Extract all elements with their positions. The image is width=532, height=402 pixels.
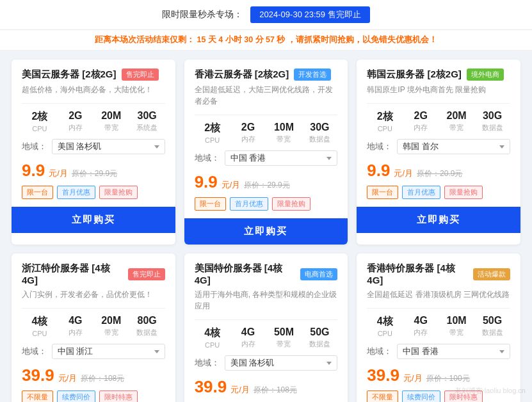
card-badge: 售完即止 <box>128 268 165 280</box>
specs-row: 2核 CPU 2G 内存 20M 带宽 30G 系统盘 <box>22 103 165 133</box>
region-row: 地域： 中国 香港 <box>195 150 338 166</box>
tag: 不限量 <box>22 390 53 402</box>
spec-label: 带宽 <box>93 328 129 337</box>
spec-label: 内存 <box>403 328 439 337</box>
tag: 续费同价 <box>402 390 440 402</box>
price-main: 9.9 <box>195 172 218 192</box>
card-title: 韩国云服务器 [2核2G] <box>367 68 462 81</box>
tag: 限量抢购 <box>444 186 483 199</box>
price-row: 39.9 元/月 原价：100元 <box>367 366 510 385</box>
specs-row: 4核 CPU 4G 内存 20M 带宽 80G 数据盘 <box>22 308 165 337</box>
spec-label: 数据盘 <box>302 339 337 349</box>
tag: 限一台 <box>195 197 226 211</box>
price-unit: 元/月 <box>394 168 413 179</box>
region-select[interactable]: 韩国 首尔 <box>397 139 510 154</box>
spec-label: 带宽 <box>439 328 474 337</box>
spec-label: 带宽 <box>439 123 474 133</box>
region-label: 地域： <box>195 358 220 369</box>
spec-item: 2核 CPU <box>195 122 230 144</box>
card-title: 香港特价服务器 [4核4G] <box>367 262 468 285</box>
card-kr-small: 韩国云服务器 [2核2G] 境外电商 韩国原生IP 境外电商首先 限量抢购 2核… <box>357 60 520 245</box>
buy-button[interactable]: 立即购买 <box>357 207 520 233</box>
spec-value: 20M <box>439 110 474 122</box>
card-body: 香港云服务器 [2核2G] 开发首选 全国超低延迟，大陆三网优化线路，开发者必备… <box>184 60 348 211</box>
spec-value: 4G <box>58 315 93 326</box>
tag: 首月优惠 <box>402 186 440 199</box>
banner-label: 限时限量秒杀专场： <box>162 9 243 20</box>
price-original: 原价：108元 <box>254 385 297 396</box>
region-label: 地域： <box>367 346 392 357</box>
spec-value: 4核 <box>367 315 403 328</box>
spec-value: 50G <box>302 326 337 338</box>
tag: 限时特惠 <box>444 390 483 402</box>
tag: 不限量 <box>367 390 398 402</box>
spec-label: 数据盘 <box>474 328 510 337</box>
tag: 限时特惠 <box>99 390 138 402</box>
spec-item: 10M 带宽 <box>439 315 474 337</box>
spec-value: 20M <box>93 315 129 326</box>
tag: 续费同价 <box>57 390 95 402</box>
region-select[interactable]: 中国 香港 <box>225 150 338 166</box>
card-us-large: 美国特价服务器 [4核4G] 电商首选 适用于海外电商, 各种类型和规模的企业级… <box>184 253 348 402</box>
price-unit: 元/月 <box>222 179 241 191</box>
spec-item: 10M 带宽 <box>266 122 302 144</box>
price-unit: 元/月 <box>49 168 68 179</box>
countdown-suffix: ，请抓紧时间抢购，以免错失优惠机会！ <box>287 35 437 44</box>
card-badge: 开发首选 <box>294 68 331 81</box>
banner-date: 2024-09-30 23:59 售完即止 <box>250 6 369 23</box>
spec-label: 数据盘 <box>302 134 337 144</box>
price-original: 原价：29.9元 <box>72 168 117 179</box>
region-label: 地域： <box>22 346 47 357</box>
spec-value: 10M <box>266 122 302 133</box>
card-desc: 全国超低延迟，大陆三网优化线路，开发者必备 <box>195 84 338 107</box>
region-row: 地域： 美国 洛杉矶 <box>195 355 338 371</box>
region-select[interactable]: 美国 洛杉矶 <box>52 139 165 154</box>
card-desc: 全国超低延迟 香港顶级机房 三网优化线路 <box>367 289 510 300</box>
price-original: 原价：100元 <box>426 373 470 384</box>
specs-row: 2核 CPU 2G 内存 10M 带宽 30G 数据盘 <box>195 115 338 144</box>
card-desc: 适用于海外电商, 各种类型和规模的企业级应用 <box>195 289 338 312</box>
price-unit: 元/月 <box>403 373 423 384</box>
spec-value: 2核 <box>195 122 230 135</box>
buy-button[interactable]: 立即购买 <box>184 218 348 245</box>
card-us-small: 美国云服务器 [2核2G] 售完即止 超低价格，海外电商必备，大陆优化！ 2核 … <box>12 60 175 245</box>
specs-row: 4核 CPU 4G 内存 10M 带宽 50G 数据盘 <box>367 308 510 337</box>
spec-label: 带宽 <box>266 339 302 349</box>
card-body: 美国云服务器 [2核2G] 售完即止 超低价格，海外电商必备，大陆优化！ 2核 … <box>12 60 175 199</box>
spec-item: 2核 CPU <box>22 110 58 133</box>
spec-label: CPU <box>367 125 403 133</box>
region-select[interactable]: 美国 洛杉矶 <box>225 355 338 371</box>
price-main: 39.9 <box>367 366 399 385</box>
card-title: 浙江特价服务器 [4核4G] <box>22 262 123 285</box>
spec-label: 内存 <box>403 123 439 133</box>
spec-label: CPU <box>195 136 230 144</box>
spec-item: 50G 数据盘 <box>302 326 337 349</box>
region-select[interactable]: 中国 浙江 <box>52 344 165 359</box>
spec-item: 2G 内存 <box>403 110 439 133</box>
spec-value: 10M <box>439 315 474 326</box>
price-main: 9.9 <box>367 161 390 181</box>
top-banner: 限时限量秒杀专场： 2024-09-30 23:59 售完即止 <box>0 0 532 30</box>
spec-value: 2G <box>403 110 439 122</box>
price-row: 39.9 元/月 原价：108元 <box>22 366 165 385</box>
region-select[interactable]: 中国 香港 <box>397 344 510 359</box>
spec-item: 20M 带宽 <box>439 110 474 133</box>
spec-item: 20M 带宽 <box>93 110 129 133</box>
spec-label: 系统盘 <box>129 123 165 133</box>
region-label: 地域： <box>22 141 47 152</box>
cards-grid: 美国云服务器 [2核2G] 售完即止 超低价格，海外电商必备，大陆优化！ 2核 … <box>12 60 520 402</box>
spec-value: 50G <box>474 315 510 326</box>
price-unit: 元/月 <box>230 384 250 396</box>
spec-item: 30G 系统盘 <box>129 110 165 133</box>
card-body: 韩国云服务器 [2核2G] 境外电商 韩国原生IP 境外电商首先 限量抢购 2核… <box>357 60 520 199</box>
spec-label: 数据盘 <box>129 328 165 337</box>
price-row: 9.9 元/月 原价：20.9元 <box>367 161 510 181</box>
card-title: 美国特价服务器 [4核4G] <box>195 262 296 285</box>
buy-button[interactable]: 立即购买 <box>12 207 175 233</box>
spec-value: 2核 <box>367 110 403 124</box>
card-body: 浙江特价服务器 [4核4G] 售完即止 入门实例，开发者必备，品优价更低！ 4核… <box>12 253 175 402</box>
tags-row: 限一台 首月优惠 限量抢购 <box>22 186 165 199</box>
tags-row: 不限量 续费同价 限时特惠 <box>22 390 165 402</box>
price-original: 原价：29.9元 <box>244 180 289 191</box>
spec-item: 4核 CPU <box>195 326 230 349</box>
